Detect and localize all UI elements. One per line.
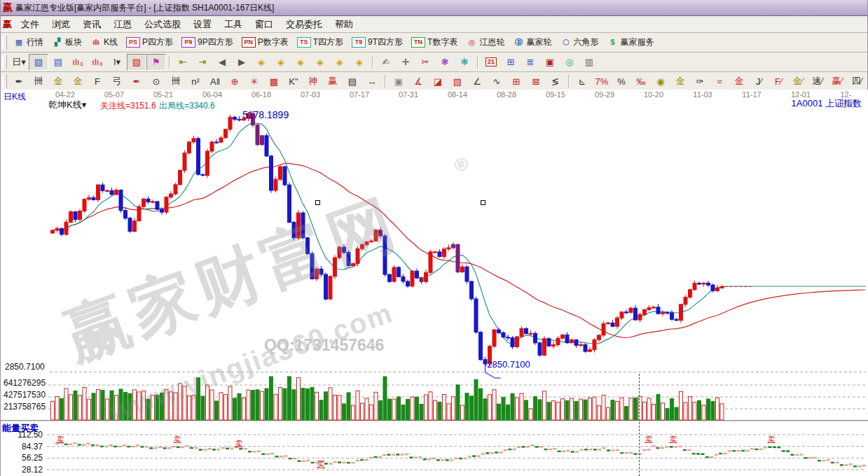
pane-tab-daily-kline[interactable]: 日K线 bbox=[4, 91, 26, 103]
web-box-tool[interactable]: ▩ bbox=[264, 73, 284, 90]
network-button[interactable]: ◎ bbox=[560, 54, 579, 71]
crosshair-button[interactable]: ✛ bbox=[396, 54, 415, 71]
wave-9-button[interactable]: ılı₉ bbox=[88, 54, 107, 71]
menu-item-3[interactable]: 江恩 bbox=[107, 16, 138, 32]
chart-marker[interactable] bbox=[481, 200, 485, 205]
menu-item-7[interactable]: 窗口 bbox=[249, 16, 280, 32]
scissors-button[interactable]: ✂ bbox=[415, 54, 435, 71]
gann-target-tool[interactable]: ⊕ bbox=[225, 73, 244, 90]
first-bar-button[interactable]: ⇤ bbox=[173, 54, 193, 71]
toolbar-gripper[interactable] bbox=[2, 55, 7, 69]
nav-all-button[interactable]: ◈ bbox=[350, 54, 369, 71]
angle-line-tool[interactable]: ∠ bbox=[467, 73, 487, 90]
nav-compress-button[interactable]: ◈ bbox=[310, 54, 330, 71]
menu-item-1[interactable]: 浏览 bbox=[46, 16, 76, 32]
print-button[interactable]: ▥ bbox=[579, 54, 599, 71]
flower-teal-button[interactable]: ❃ bbox=[455, 54, 474, 71]
nav-left-button[interactable]: ◈ bbox=[252, 54, 271, 71]
red-grid-tool-1[interactable]: ⊞ bbox=[507, 73, 526, 90]
gann-wheel-button[interactable]: ◎江恩轮 bbox=[462, 35, 509, 50]
width-tool[interactable]: ↔ bbox=[362, 73, 382, 90]
time-circle-tool[interactable]: ⊙ bbox=[146, 73, 166, 90]
shen-tool[interactable]: 神 bbox=[303, 73, 323, 90]
j-angle-tool[interactable]: J∕ bbox=[749, 73, 769, 90]
t-square-button[interactable]: TST四方形 bbox=[293, 35, 347, 50]
wave-tool[interactable]: ≈ bbox=[710, 73, 729, 90]
color-flag-button[interactable]: ⚑ bbox=[146, 54, 166, 71]
9t-square-button[interactable]: T99T四方形 bbox=[347, 35, 407, 50]
n-square-tool[interactable]: n² bbox=[186, 73, 205, 90]
menu-item-6[interactable]: 工具 bbox=[218, 16, 249, 32]
red-grid-tool-2[interactable]: ⊠ bbox=[526, 73, 546, 90]
nav-up-button[interactable]: ◈ bbox=[330, 54, 350, 71]
seven-percent-tool[interactable]: 7% bbox=[592, 73, 612, 90]
menu-item-4[interactable]: 公式选股 bbox=[138, 16, 187, 32]
box-select-tool[interactable]: ▣ bbox=[389, 73, 408, 90]
pattern-window-button[interactable]: ▧ bbox=[29, 54, 48, 71]
nav-expand-button[interactable]: ◈ bbox=[291, 54, 310, 71]
gold-angle-tool[interactable]: 金∕ bbox=[788, 73, 808, 90]
calculator-button[interactable]: ⊞ bbox=[501, 54, 521, 71]
wave-3-button[interactable]: ılı₃ bbox=[68, 54, 88, 71]
kline-button[interactable]: ılıK线 bbox=[86, 35, 122, 50]
kline-type-selector[interactable]: 乾坤K线▾ bbox=[48, 99, 86, 111]
gold-red-tool[interactable]: 金 bbox=[729, 73, 749, 90]
comb-tool-2[interactable]: 卌 bbox=[166, 73, 186, 90]
hand-tool-button[interactable]: ✍ bbox=[376, 54, 396, 71]
t-number-button[interactable]: TNT数字表 bbox=[407, 35, 462, 50]
menu-item-5[interactable]: 设置 bbox=[187, 16, 218, 32]
next-bar-button[interactable]: ▶ bbox=[232, 54, 252, 71]
chart-marker[interactable] bbox=[315, 200, 320, 205]
menu-item-8[interactable]: 交易委托 bbox=[280, 16, 329, 32]
toolbar-gripper[interactable] bbox=[2, 74, 7, 88]
p-square-button[interactable]: PSP四方形 bbox=[122, 35, 177, 50]
parallel-lines-tool[interactable]: ≶ bbox=[546, 73, 565, 90]
p-number-button[interactable]: PNP数字表 bbox=[237, 35, 293, 50]
spider-web-tool[interactable]: ✳ bbox=[244, 73, 264, 90]
gold-gate-tool-2[interactable]: 金 bbox=[68, 73, 88, 90]
winner-wheel-button[interactable]: Ⓑ赢家轮 bbox=[509, 35, 556, 50]
pen-tool[interactable]: ✒ bbox=[9, 73, 29, 90]
gold-lines-tool[interactable]: 金 bbox=[670, 73, 690, 90]
notepad-button[interactable]: ≣ bbox=[521, 54, 540, 71]
info-panel-button[interactable]: ▤ bbox=[48, 54, 68, 71]
gold-gate-tool-1[interactable]: 金 bbox=[48, 73, 68, 90]
speed-angle-tool[interactable]: 速∕ bbox=[808, 73, 827, 90]
bow-tool[interactable]: 弓 bbox=[107, 73, 127, 90]
quote-button[interactable]: ▦行情 bbox=[9, 35, 48, 50]
toolbar-gripper[interactable] bbox=[2, 36, 7, 50]
wave-angle-tool[interactable]: ∿ bbox=[487, 73, 507, 90]
k-mark-tool[interactable]: K" bbox=[284, 73, 303, 90]
comb-tool[interactable]: 卌 bbox=[29, 73, 48, 90]
hexagon-button[interactable]: ⬡六角形 bbox=[556, 35, 602, 50]
scale-tool[interactable]: ⊾ bbox=[572, 73, 592, 90]
net-box-tool[interactable]: ▨ bbox=[448, 73, 467, 90]
winner-service-button[interactable]: $赢家服务 bbox=[602, 35, 658, 50]
percent-tool[interactable]: % bbox=[612, 73, 631, 90]
candle-type-button[interactable]: I▾ bbox=[107, 54, 127, 71]
four-angle-tool[interactable]: 四∕ bbox=[847, 73, 867, 90]
brush-tool[interactable]: ✑ bbox=[690, 73, 710, 90]
kline-chart-svg[interactable] bbox=[1, 90, 868, 476]
9p-square-button[interactable]: P99P四方形 bbox=[177, 35, 237, 50]
pattern-red-button[interactable]: ▧ bbox=[127, 54, 146, 71]
f-gate-tool[interactable]: F bbox=[88, 73, 107, 90]
flower-purple-button[interactable]: ❃ bbox=[435, 54, 455, 71]
ruler-tool[interactable]: ▤ bbox=[343, 73, 362, 90]
ying-tool[interactable]: 赢 bbox=[323, 73, 343, 90]
f-angle-tool[interactable]: F∕ bbox=[769, 73, 788, 90]
menu-item-9[interactable]: 帮助 bbox=[329, 16, 359, 32]
mirror-tool[interactable]: A‖ bbox=[205, 73, 225, 90]
last-bar-button[interactable]: ⇥ bbox=[193, 54, 212, 71]
kline-style-button[interactable]: 日▾ bbox=[9, 54, 29, 71]
permille-tool[interactable]: ‰ bbox=[631, 73, 651, 90]
nav-right-button[interactable]: ◈ bbox=[271, 54, 291, 71]
ying-angle-tool[interactable]: 赢∕ bbox=[827, 73, 847, 90]
menu-item-2[interactable]: 资讯 bbox=[76, 16, 107, 32]
prev-bar-button[interactable]: ◀ bbox=[212, 54, 232, 71]
fan-box-tool[interactable]: ◪ bbox=[428, 73, 448, 90]
save-button[interactable]: ▣ bbox=[540, 54, 560, 71]
menu-item-0[interactable]: 文件 bbox=[15, 16, 46, 32]
sector-button[interactable]: ▞板块 bbox=[48, 35, 86, 50]
calendar-button[interactable]: 21 bbox=[481, 54, 501, 71]
